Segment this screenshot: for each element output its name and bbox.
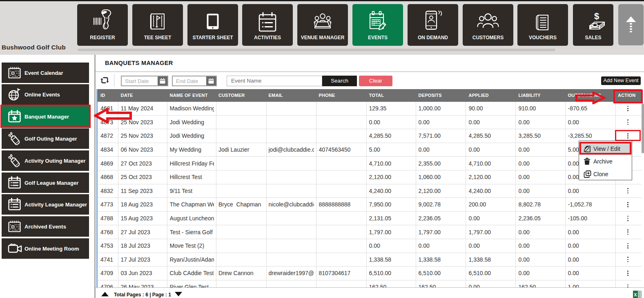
svg-text:X: X xyxy=(634,292,637,297)
svg-text:$: $ xyxy=(594,11,599,21)
